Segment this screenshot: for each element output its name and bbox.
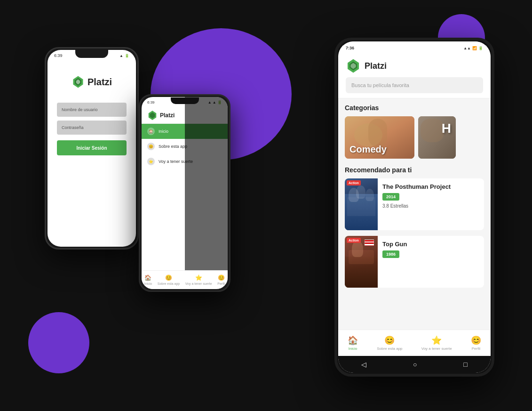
phone2-header: Platzi xyxy=(142,107,228,124)
wifi-icon: ▲ xyxy=(119,54,123,58)
home-button[interactable]: ○ xyxy=(413,361,417,368)
phone2-time: 6:39 xyxy=(147,100,155,105)
phone2-app-name: Platzi xyxy=(160,112,175,119)
phone2-menu: 6:39 ▲ ▲ 🔋 Platzi 🏠 Inicio 😊 Sobre esta … xyxy=(139,94,230,292)
blob-bottom-left xyxy=(28,312,89,373)
phone1-app-name: Platzi xyxy=(87,77,112,88)
phone3-logo-icon xyxy=(346,58,361,73)
phone2-logo-icon xyxy=(147,110,158,121)
phone2-notch xyxy=(171,97,199,104)
menu-item-inicio[interactable]: 🏠 Inicio xyxy=(142,124,228,139)
phone3-app-name: Platzi xyxy=(365,61,387,71)
battery-icon3: 🔋 xyxy=(478,46,483,50)
phone1-login: 6:39 ▲ 🔋 Platzi Nombre de usuario Contra xyxy=(45,47,139,250)
username-input[interactable]: Nombre de usuario xyxy=(57,103,127,117)
nav-perfil[interactable]: 😊 Perfil xyxy=(471,335,481,351)
topgun-tag: Action xyxy=(347,238,361,243)
posthuman-info: The Posthuman Project 2014 3.8 Estrellas xyxy=(382,178,484,230)
phone1-time: 6:39 xyxy=(54,53,63,58)
menu-item-sobre[interactable]: 😊 Sobre esta app xyxy=(142,139,228,154)
posthuman-poster: Action xyxy=(345,178,378,230)
phone1-logo: Platzi xyxy=(71,75,112,89)
topgun-year: 1986 xyxy=(382,250,399,258)
nav-home-icon: 🏠 xyxy=(348,335,358,346)
tab-lucky-icon: ⭐ xyxy=(195,274,202,281)
android-nav-bar: ◁ ○ □ xyxy=(338,356,491,373)
phone3-header: Platzi Busca tu película favorita xyxy=(338,55,491,98)
recommended-section: Recomendado para ti xyxy=(345,166,484,288)
recents-button[interactable]: □ xyxy=(463,361,467,368)
phone3-bottom-nav: 🏠 Inicio 😊 Sobre esta app ⭐ Voy a tener … xyxy=(338,330,491,356)
phone1-notch xyxy=(75,48,108,58)
posthuman-title: The Posthuman Project xyxy=(382,183,480,190)
phone2-tab-suerte[interactable]: ⭐ Voy a tener suerte xyxy=(185,274,212,285)
phone2-tab-perfil[interactable]: 😊 Perfil xyxy=(217,274,225,285)
battery-icon: 🔋 xyxy=(125,54,129,58)
topgun-info: Top Gun 1986 xyxy=(382,236,484,288)
topgun-title: Top Gun xyxy=(382,241,480,248)
wifi-icon3: 📶 xyxy=(472,46,477,50)
nav-sobre[interactable]: 😊 Sobre esta app xyxy=(377,335,402,351)
phone3-content: Categorias Comedy xyxy=(338,98,491,330)
movie-card-posthuman[interactable]: Action The Posthuman Project 2014 3.8 Es… xyxy=(345,178,484,230)
category-comedy[interactable]: Comedy xyxy=(345,116,414,159)
nav-inicio[interactable]: 🏠 Inicio xyxy=(348,335,358,351)
phone3-inner: 7:36 ▲▲ 📶 🔋 Platzi B xyxy=(338,41,491,373)
nav-suerte[interactable]: ⭐ Voy a tener suerte xyxy=(421,335,452,351)
recommended-title: Recomendado para ti xyxy=(345,166,484,174)
comedy-label: Comedy xyxy=(345,140,414,159)
about-menu-icon: 😊 xyxy=(147,143,155,150)
nav-profile-icon: 😊 xyxy=(471,335,481,346)
login-button[interactable]: Iniciar Sesión xyxy=(57,140,127,155)
phone1-content: Platzi Nombre de usuario Contraseña Inic… xyxy=(48,61,136,165)
phone2-status-icons: ▲ ▲ 🔋 xyxy=(208,100,222,105)
search-placeholder: Busca tu película favorita xyxy=(351,82,409,88)
phone3-logo-row: Platzi xyxy=(346,58,483,73)
posthuman-year: 2014 xyxy=(382,193,399,201)
phone2-bottom-nav: 🏠 Inicio 😊 Sobre esta app ⭐ Voy a tener … xyxy=(142,270,228,289)
nav-lucky-icon: ⭐ xyxy=(431,335,442,346)
phone2-tab-inicio[interactable]: 🏠 Inicio xyxy=(144,274,152,285)
tab-about-icon: 😊 xyxy=(165,274,172,281)
phone2-tab-sobre[interactable]: 😊 Sobre esta app xyxy=(158,274,180,285)
posthuman-tag: Action xyxy=(347,180,361,185)
posthuman-rating: 3.8 Estrellas xyxy=(382,203,480,209)
h-card-label: H xyxy=(442,121,451,136)
wifi-icon2: ▲ ▲ 🔋 xyxy=(208,100,222,105)
phone3-main: 7:36 ▲▲ 📶 🔋 Platzi B xyxy=(334,38,494,377)
categories-row: Comedy H xyxy=(345,116,484,159)
phone1-screen: 6:39 ▲ 🔋 Platzi Nombre de usuario Contra xyxy=(48,50,136,247)
platzi-logo-icon xyxy=(71,75,85,89)
back-button[interactable]: ◁ xyxy=(361,361,366,368)
phone2-screen: 6:39 ▲ ▲ 🔋 Platzi 🏠 Inicio 😊 Sobre esta … xyxy=(142,97,228,289)
phone3-time: 7:36 xyxy=(346,46,354,50)
phone3-status-icons: ▲▲ 📶 🔋 xyxy=(463,46,483,50)
tab-home-icon: 🏠 xyxy=(144,274,151,281)
tab-profile-icon: 😊 xyxy=(218,274,225,281)
signal-icon: ▲▲ xyxy=(463,46,471,50)
nav-about-icon: 😊 xyxy=(384,335,395,346)
phone3-screen: 7:36 ▲▲ 📶 🔋 Platzi B xyxy=(338,41,491,373)
category-h[interactable]: H xyxy=(418,116,456,159)
lucky-menu-icon: ⭐ xyxy=(147,158,155,165)
phone1-status-icons: ▲ 🔋 xyxy=(119,54,129,58)
movie-card-topgun[interactable]: Action Top Gun 1986 xyxy=(345,236,484,288)
home-menu-icon: 🏠 xyxy=(147,128,155,135)
categories-title: Categorias xyxy=(345,104,484,112)
topgun-poster: Action xyxy=(345,236,378,288)
menu-item-suerte[interactable]: ⭐ Voy a tener suerte xyxy=(142,154,228,169)
phone3-status-bar: 7:36 ▲▲ 📶 🔋 xyxy=(338,41,491,55)
password-input[interactable]: Contraseña xyxy=(57,121,127,135)
search-bar[interactable]: Busca tu película favorita xyxy=(346,77,483,93)
